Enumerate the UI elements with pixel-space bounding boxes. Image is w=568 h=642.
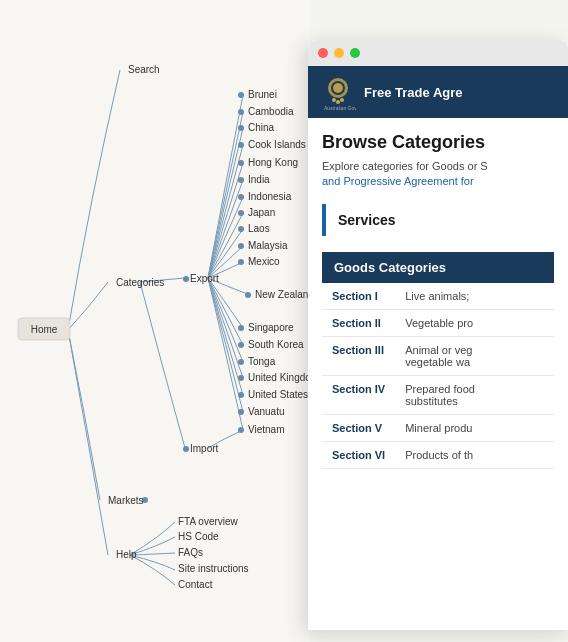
section-label: Section III: [322, 336, 395, 375]
section-desc: Prepared foodsubstitutes: [395, 375, 554, 414]
govt-logo: Australian Government: [320, 74, 356, 110]
svg-text:Site instructions: Site instructions: [178, 563, 249, 574]
svg-text:China: China: [248, 122, 275, 133]
svg-text:Hong Kong: Hong Kong: [248, 157, 298, 168]
svg-text:Home: Home: [31, 324, 58, 335]
section-label: Section VI: [322, 441, 395, 468]
close-dot: [318, 48, 328, 58]
section-label: Section I: [322, 283, 395, 310]
svg-point-37: [238, 342, 244, 348]
svg-text:FAQs: FAQs: [178, 547, 203, 558]
page-title: Browse Categories: [322, 132, 554, 153]
services-label: Services: [338, 212, 396, 228]
mindmap-svg: Home Search Categories Export Import Mar…: [0, 0, 310, 642]
subtitle-text: Explore categories for Goods or S: [322, 160, 488, 172]
svg-text:New Zealand: New Zealand: [255, 289, 310, 300]
svg-point-21: [238, 177, 244, 183]
svg-text:Cambodia: Cambodia: [248, 106, 294, 117]
svg-point-43: [238, 392, 244, 398]
svg-point-57: [332, 98, 336, 102]
browser-content: Browse Categories Explore categories for…: [308, 118, 568, 630]
svg-point-27: [238, 226, 244, 232]
table-row: Section VI Products of th: [322, 441, 554, 468]
svg-text:HS Code: HS Code: [178, 531, 219, 542]
svg-point-31: [238, 259, 244, 265]
services-section: Services: [322, 204, 554, 236]
table-row: Section IV Prepared foodsubstitutes: [322, 375, 554, 414]
svg-text:Japan: Japan: [248, 207, 275, 218]
section-label: Section IV: [322, 375, 395, 414]
svg-point-11: [238, 92, 244, 98]
svg-point-58: [336, 100, 340, 104]
svg-point-8: [183, 446, 189, 452]
svg-text:Contact: Contact: [178, 579, 213, 590]
svg-text:Laos: Laos: [248, 223, 270, 234]
subtitle-link[interactable]: and Progressive Agreement for: [322, 175, 474, 187]
svg-text:Indonesia: Indonesia: [248, 191, 292, 202]
svg-text:Brunei: Brunei: [248, 89, 277, 100]
maximize-dot: [350, 48, 360, 58]
svg-text:Import: Import: [190, 443, 219, 454]
browser-titlebar: [308, 40, 568, 66]
svg-point-39: [238, 359, 244, 365]
page-subtitle: Explore categories for Goods or S and Pr…: [322, 159, 554, 190]
section-label: Section V: [322, 414, 395, 441]
svg-text:Cook Islands: Cook Islands: [248, 139, 306, 150]
browser-panel: Australian Government Free Trade Agre Br…: [308, 40, 568, 630]
section-desc: Mineral produ: [395, 414, 554, 441]
svg-text:India: India: [248, 174, 270, 185]
svg-text:Categories: Categories: [116, 277, 164, 288]
browser-title: Free Trade Agre: [364, 85, 463, 100]
svg-text:Export: Export: [190, 273, 219, 284]
svg-point-6: [183, 276, 189, 282]
section-desc: Products of th: [395, 441, 554, 468]
svg-point-47: [238, 427, 244, 433]
svg-text:Help: Help: [116, 549, 137, 560]
section-desc: Animal or vegvegetable wa: [395, 336, 554, 375]
goods-table: Section I Live animals; Section II Veget…: [322, 283, 554, 469]
svg-text:FTA overview: FTA overview: [178, 516, 239, 527]
svg-point-13: [238, 109, 244, 115]
svg-point-59: [340, 98, 344, 102]
svg-text:Mexico: Mexico: [248, 256, 280, 267]
svg-text:Singapore: Singapore: [248, 322, 294, 333]
browser-header: Australian Government Free Trade Agre: [308, 66, 568, 118]
mindmap-panel: Home Search Categories Export Import Mar…: [0, 0, 310, 642]
svg-text:Markets: Markets: [108, 495, 144, 506]
section-desc: Vegetable pro: [395, 309, 554, 336]
svg-point-45: [238, 409, 244, 415]
svg-text:United States: United States: [248, 389, 308, 400]
goods-section: Goods Categories Section I Live animals;…: [322, 252, 554, 469]
table-row: Section III Animal or vegvegetable wa: [322, 336, 554, 375]
svg-text:Vietnam: Vietnam: [248, 424, 285, 435]
svg-text:United Kingdom: United Kingdom: [248, 372, 310, 383]
svg-point-19: [238, 160, 244, 166]
svg-point-33: [245, 292, 251, 298]
goods-header: Goods Categories: [322, 252, 554, 283]
table-row: Section II Vegetable pro: [322, 309, 554, 336]
svg-point-17: [238, 142, 244, 148]
svg-text:Vanuatu: Vanuatu: [248, 406, 285, 417]
svg-point-29: [238, 243, 244, 249]
svg-text:South Korea: South Korea: [248, 339, 304, 350]
svg-text:Malaysia: Malaysia: [248, 240, 288, 251]
section-desc: Live animals;: [395, 283, 554, 310]
svg-point-41: [238, 375, 244, 381]
svg-point-25: [238, 210, 244, 216]
svg-text:Australian Government: Australian Government: [324, 105, 356, 110]
svg-text:Tonga: Tonga: [248, 356, 276, 367]
table-row: Section I Live animals;: [322, 283, 554, 310]
svg-text:Search: Search: [128, 64, 160, 75]
svg-point-35: [238, 325, 244, 331]
section-label: Section II: [322, 309, 395, 336]
svg-point-56: [333, 83, 343, 93]
minimize-dot: [334, 48, 344, 58]
svg-point-23: [238, 194, 244, 200]
table-row: Section V Mineral produ: [322, 414, 554, 441]
svg-point-15: [238, 125, 244, 131]
